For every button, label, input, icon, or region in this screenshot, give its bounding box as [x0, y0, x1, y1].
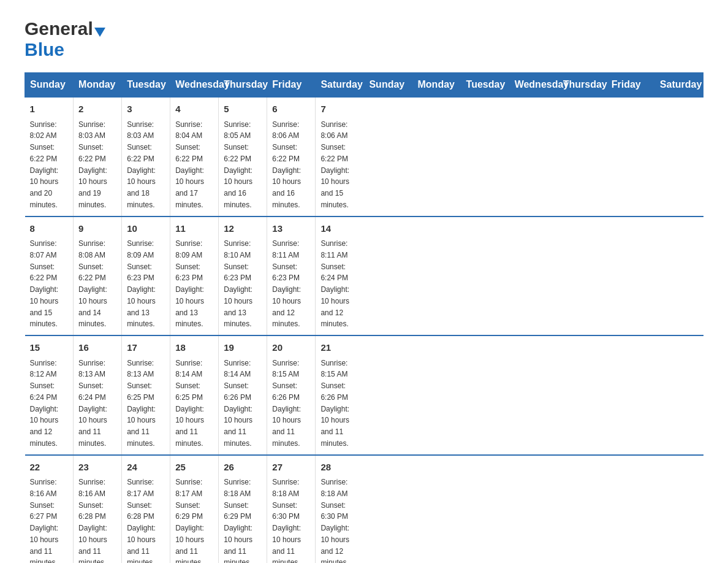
day-info: Sunrise: 8:13 AMSunset: 6:25 PMDaylight:…	[127, 359, 156, 448]
calendar-cell: 24 Sunrise: 8:17 AMSunset: 6:28 PMDaylig…	[122, 455, 170, 564]
calendar-header-row: SundayMondayTuesdayWednesdayThursdayFrid…	[25, 73, 703, 98]
calendar-cell: 19 Sunrise: 8:14 AMSunset: 6:26 PMDaylig…	[219, 335, 267, 455]
day-info: Sunrise: 8:10 AMSunset: 6:23 PMDaylight:…	[224, 239, 252, 328]
column-header-tuesday: Tuesday	[461, 73, 509, 98]
calendar-table: SundayMondayTuesdayWednesdayThursdayFrid…	[25, 72, 703, 563]
day-number: 20	[272, 341, 310, 355]
day-number: 5	[224, 102, 262, 117]
column-header-tuesday: Tuesday	[122, 73, 170, 98]
calendar-cell: 17 Sunrise: 8:13 AMSunset: 6:25 PMDaylig…	[122, 335, 170, 455]
calendar-week-3: 15 Sunrise: 8:12 AMSunset: 6:24 PMDaylig…	[25, 335, 703, 455]
day-number: 10	[127, 222, 165, 236]
day-info: Sunrise: 8:02 AMSunset: 6:22 PMDaylight:…	[30, 120, 59, 209]
calendar-cell: 25 Sunrise: 8:17 AMSunset: 6:29 PMDaylig…	[170, 455, 219, 564]
calendar-cell: 27 Sunrise: 8:18 AMSunset: 6:30 PMDaylig…	[267, 455, 316, 564]
column-header-wednesday: Wednesday	[509, 73, 558, 98]
day-info: Sunrise: 8:05 AMSunset: 6:22 PMDaylight:…	[224, 120, 252, 209]
day-info: Sunrise: 8:09 AMSunset: 6:23 PMDaylight:…	[175, 239, 204, 328]
calendar-cell: 3 Sunrise: 8:03 AMSunset: 6:22 PMDayligh…	[122, 97, 170, 216]
column-header-thursday: Thursday	[558, 73, 606, 98]
day-number: 12	[224, 222, 262, 236]
calendar-cell: 14 Sunrise: 8:11 AMSunset: 6:24 PMDaylig…	[316, 216, 364, 336]
calendar-cell: 7 Sunrise: 8:06 AMSunset: 6:22 PMDayligh…	[316, 97, 364, 216]
day-number: 25	[175, 461, 213, 475]
calendar-cell: 5 Sunrise: 8:05 AMSunset: 6:22 PMDayligh…	[219, 97, 267, 216]
day-number: 15	[30, 341, 69, 355]
day-number: 6	[272, 102, 310, 117]
day-info: Sunrise: 8:18 AMSunset: 6:30 PMDaylight:…	[272, 478, 301, 563]
day-number: 9	[78, 222, 116, 236]
calendar-cell: 21 Sunrise: 8:15 AMSunset: 6:26 PMDaylig…	[316, 335, 364, 455]
day-info: Sunrise: 8:18 AMSunset: 6:29 PMDaylight:…	[224, 478, 252, 563]
day-info: Sunrise: 8:11 AMSunset: 6:24 PMDaylight:…	[320, 239, 349, 328]
column-header-saturday: Saturday	[316, 73, 364, 98]
day-number: 18	[175, 341, 213, 355]
day-info: Sunrise: 8:16 AMSunset: 6:28 PMDaylight:…	[78, 478, 107, 563]
day-number: 7	[320, 102, 359, 117]
day-info: Sunrise: 8:08 AMSunset: 6:22 PMDaylight:…	[78, 239, 107, 328]
calendar-cell: 11 Sunrise: 8:09 AMSunset: 6:23 PMDaylig…	[170, 216, 219, 336]
day-info: Sunrise: 8:11 AMSunset: 6:23 PMDaylight:…	[272, 239, 301, 328]
day-info: Sunrise: 8:15 AMSunset: 6:26 PMDaylight:…	[320, 359, 349, 448]
day-number: 13	[272, 222, 310, 236]
column-header-friday: Friday	[606, 73, 654, 98]
calendar-cell: 23 Sunrise: 8:16 AMSunset: 6:28 PMDaylig…	[74, 455, 122, 564]
calendar-cell: 12 Sunrise: 8:10 AMSunset: 6:23 PMDaylig…	[219, 216, 267, 336]
day-info: Sunrise: 8:17 AMSunset: 6:28 PMDaylight:…	[127, 478, 156, 563]
column-header-monday: Monday	[74, 73, 122, 98]
column-header-friday: Friday	[267, 73, 316, 98]
day-number: 19	[224, 341, 262, 355]
calendar-week-4: 22 Sunrise: 8:16 AMSunset: 6:27 PMDaylig…	[25, 455, 703, 564]
day-info: Sunrise: 8:16 AMSunset: 6:27 PMDaylight:…	[30, 478, 59, 563]
calendar-cell: 18 Sunrise: 8:14 AMSunset: 6:25 PMDaylig…	[170, 335, 219, 455]
logo-general: General	[25, 18, 105, 39]
day-info: Sunrise: 8:03 AMSunset: 6:22 PMDaylight:…	[127, 120, 156, 209]
calendar-cell: 4 Sunrise: 8:04 AMSunset: 6:22 PMDayligh…	[170, 97, 219, 216]
calendar-cell: 15 Sunrise: 8:12 AMSunset: 6:24 PMDaylig…	[25, 335, 74, 455]
day-info: Sunrise: 8:06 AMSunset: 6:22 PMDaylight:…	[272, 120, 301, 209]
day-number: 28	[320, 461, 359, 475]
calendar-week-1: 1 Sunrise: 8:02 AMSunset: 6:22 PMDayligh…	[25, 97, 703, 216]
calendar-cell: 9 Sunrise: 8:08 AMSunset: 6:22 PMDayligh…	[74, 216, 122, 336]
calendar-week-2: 8 Sunrise: 8:07 AMSunset: 6:22 PMDayligh…	[25, 216, 703, 336]
day-info: Sunrise: 8:14 AMSunset: 6:25 PMDaylight:…	[175, 359, 204, 448]
calendar-cell: 10 Sunrise: 8:09 AMSunset: 6:23 PMDaylig…	[122, 216, 170, 336]
day-info: Sunrise: 8:09 AMSunset: 6:23 PMDaylight:…	[127, 239, 156, 328]
day-number: 16	[78, 341, 116, 355]
logo-triangle-icon	[94, 28, 105, 37]
day-number: 8	[30, 222, 69, 236]
day-info: Sunrise: 8:07 AMSunset: 6:22 PMDaylight:…	[30, 239, 59, 328]
calendar-cell: 2 Sunrise: 8:03 AMSunset: 6:22 PMDayligh…	[74, 97, 122, 216]
calendar-cell: 8 Sunrise: 8:07 AMSunset: 6:22 PMDayligh…	[25, 216, 74, 336]
day-number: 21	[320, 341, 359, 355]
logo: General Blue	[25, 18, 105, 60]
column-header-sunday: Sunday	[364, 73, 412, 98]
column-header-wednesday: Wednesday	[170, 73, 219, 98]
logo-blue-text: Blue	[25, 39, 105, 60]
day-number: 23	[78, 461, 116, 475]
day-info: Sunrise: 8:17 AMSunset: 6:29 PMDaylight:…	[175, 478, 204, 563]
calendar-cell: 6 Sunrise: 8:06 AMSunset: 6:22 PMDayligh…	[267, 97, 316, 216]
day-info: Sunrise: 8:13 AMSunset: 6:24 PMDaylight:…	[78, 359, 107, 448]
calendar-cell: 13 Sunrise: 8:11 AMSunset: 6:23 PMDaylig…	[267, 216, 316, 336]
day-info: Sunrise: 8:03 AMSunset: 6:22 PMDaylight:…	[78, 120, 107, 209]
calendar-cell: 16 Sunrise: 8:13 AMSunset: 6:24 PMDaylig…	[74, 335, 122, 455]
day-number: 3	[127, 102, 165, 117]
day-number: 24	[127, 461, 165, 475]
day-info: Sunrise: 8:12 AMSunset: 6:24 PMDaylight:…	[30, 359, 59, 448]
day-info: Sunrise: 8:06 AMSunset: 6:22 PMDaylight:…	[320, 120, 349, 209]
day-number: 4	[175, 102, 213, 117]
day-info: Sunrise: 8:04 AMSunset: 6:22 PMDaylight:…	[175, 120, 204, 209]
calendar-cell: 28 Sunrise: 8:18 AMSunset: 6:30 PMDaylig…	[316, 455, 364, 564]
calendar-cell: 1 Sunrise: 8:02 AMSunset: 6:22 PMDayligh…	[25, 97, 74, 216]
column-header-thursday: Thursday	[219, 73, 267, 98]
day-info: Sunrise: 8:15 AMSunset: 6:26 PMDaylight:…	[272, 359, 301, 448]
day-number: 1	[30, 102, 69, 117]
calendar-cell: 22 Sunrise: 8:16 AMSunset: 6:27 PMDaylig…	[25, 455, 74, 564]
calendar-cell: 20 Sunrise: 8:15 AMSunset: 6:26 PMDaylig…	[267, 335, 316, 455]
day-info: Sunrise: 8:14 AMSunset: 6:26 PMDaylight:…	[224, 359, 252, 448]
column-header-sunday: Sunday	[25, 73, 74, 98]
day-number: 22	[30, 461, 69, 475]
day-number: 27	[272, 461, 310, 475]
day-number: 14	[320, 222, 359, 236]
